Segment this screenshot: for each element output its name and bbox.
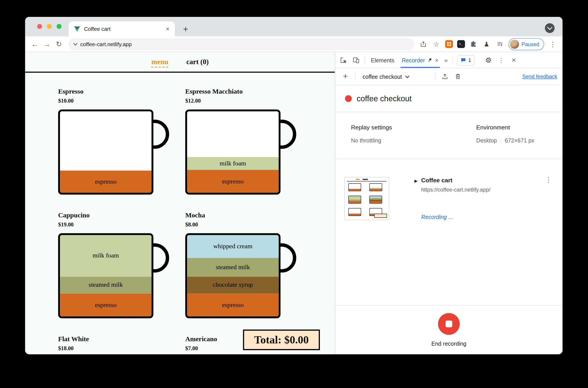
tab-elements[interactable]: Elements (369, 52, 396, 68)
forward-button[interactable]: → (42, 39, 52, 49)
minimize-window-button[interactable] (47, 24, 52, 29)
cup-layer: milk foam (187, 157, 278, 170)
pin-icon[interactable] (427, 58, 432, 63)
step-thumbnail[interactable] (344, 177, 389, 220)
extension-terminal-icon[interactable]: >_ (457, 40, 465, 48)
devtools-toolbar: Elements Recorder × » (335, 52, 562, 68)
devtools-close-icon[interactable]: × (510, 56, 518, 64)
thumbnail-mini-cup (348, 208, 361, 216)
recorder-footer: End recording (335, 305, 562, 354)
item-name: Espresso (58, 87, 171, 96)
environment-device: Desktop (476, 137, 497, 144)
recording-status: Recording ... (421, 214, 453, 220)
replay-settings-title[interactable]: Replay settings (351, 124, 392, 131)
profile-paused-chip[interactable]: Paused (508, 38, 544, 50)
thumbnail-total-box (374, 214, 387, 218)
tab-recorder[interactable]: Recorder × (400, 52, 440, 68)
device-toolbar-icon[interactable] (352, 56, 360, 64)
menu-item: Espresso Macchiato$12.00milk foamespress… (185, 87, 298, 194)
menu-item: Mocha$8.00whipped creamsteamed milkchoco… (185, 211, 298, 318)
step-expand-icon[interactable]: ▶ (415, 178, 417, 183)
cup-body: milk foamsteamed milkespresso (58, 233, 153, 318)
playlist-extension-icon[interactable] (495, 40, 504, 48)
thumbnail-menu-bar (356, 179, 360, 180)
thumbnail-mini-cup (369, 196, 382, 204)
window-content: menu cart (0) Espresso$10.00espressoEspr… (25, 52, 563, 354)
thumbnail-cart-bar (363, 179, 368, 180)
send-feedback-link[interactable]: Send feedback (522, 73, 557, 80)
profile-status-label: Paused (521, 41, 539, 47)
item-name: Flat White (58, 335, 171, 343)
step-menu-kebab-icon[interactable]: ⋮ (545, 175, 552, 184)
replay-settings-section: Replay settings No throttling Environmen… (335, 112, 562, 159)
export-recording-icon[interactable] (441, 73, 449, 81)
desktop-background: Coffee cart × + ← → ↻ coffee-cart.netlif… (0, 0, 588, 388)
recording-header: coffee checkout (335, 85, 562, 112)
toolbar-divider (435, 73, 436, 81)
end-recording-button[interactable] (438, 313, 460, 335)
flask-extension-icon[interactable] (482, 40, 491, 48)
cup[interactable]: milk foamsteamed milkespresso (58, 233, 153, 318)
recording-select[interactable]: coffee checkout (360, 73, 431, 80)
tab-close-icon[interactable]: × (166, 26, 170, 32)
browser-tab[interactable]: Coffee cart × (69, 21, 175, 36)
item-name: Espresso Macchiato (185, 87, 298, 96)
tab-elements-label: Elements (371, 57, 394, 63)
item-price: $12.00 (185, 97, 298, 105)
tab-search-button[interactable] (545, 23, 554, 33)
recording-select-value: coffee checkout (363, 73, 402, 80)
menu-item: Cappucino$19.00milk foamsteamed milkespr… (58, 211, 171, 318)
browser-menu-kebab-icon[interactable]: ⋮ (548, 40, 557, 48)
step-title[interactable]: Coffee cart (421, 177, 452, 184)
tab-recorder-close-icon[interactable]: × (435, 57, 439, 63)
recording-steps: ▶ Coffee cart https://coffee-cart.netlif… (335, 159, 562, 305)
more-panels-icon[interactable]: » (444, 57, 448, 63)
extension-orange-icon[interactable] (445, 40, 453, 48)
cup-body: whipped creamsteamed milkchocolate syrup… (185, 233, 280, 318)
toolbar-divider (452, 56, 453, 64)
tab-title: Coffee cart (84, 26, 166, 32)
coffee-cart-page: menu cart (0) Espresso$10.00espressoEspr… (25, 52, 335, 354)
reload-button[interactable]: ↻ (53, 39, 64, 49)
thumbnail-mini-cup (348, 183, 361, 191)
environment-title[interactable]: Environment (476, 124, 535, 131)
cup[interactable]: espresso (58, 109, 153, 194)
chevron-down-icon (547, 25, 552, 30)
share-icon[interactable] (419, 40, 428, 48)
cup-layer: whipped cream (187, 235, 278, 258)
cup-body: milk foamespresso (185, 109, 280, 194)
close-window-button[interactable] (37, 24, 42, 29)
cup-layer: espresso (187, 294, 278, 316)
devtools-settings-gear-icon[interactable] (484, 56, 492, 64)
site-info-chevron-icon[interactable] (73, 41, 77, 46)
new-tab-button[interactable]: + (180, 23, 192, 35)
window-controls (37, 24, 61, 29)
add-recording-icon[interactable]: + (341, 72, 350, 81)
browser-window: Coffee cart × + ← → ↻ coffee-cart.netlif… (25, 17, 563, 354)
speech-bubble-icon (460, 57, 466, 63)
cup-layer: espresso (60, 294, 151, 316)
inspect-element-icon[interactable] (339, 56, 347, 64)
devtools-menu-kebab-icon[interactable]: ⋮ (497, 56, 505, 64)
recording-red-dot-icon (345, 95, 352, 102)
item-price: $19.00 (58, 221, 171, 228)
replay-settings-column: Replay settings No throttling (351, 124, 392, 144)
grid-dots-icon (447, 42, 451, 46)
end-recording-label: End recording (431, 340, 466, 347)
item-price: $18.00 (58, 345, 171, 352)
cup[interactable]: whipped creamsteamed milkchocolate syrup… (185, 233, 280, 318)
vue-favicon (74, 26, 80, 32)
back-button[interactable]: ← (30, 39, 40, 49)
cup[interactable]: milk foamespresso (185, 109, 280, 194)
bookmark-star-icon[interactable]: ☆ (432, 40, 441, 48)
cup-layer: steamed milk (60, 277, 151, 294)
url-text: coffee-cart.netlify.app (80, 41, 132, 47)
address-bar[interactable]: coffee-cart.netlify.app (69, 38, 414, 50)
cart-total-button[interactable]: Total: $0.00 (243, 330, 320, 350)
console-messages-badge[interactable]: 1 (457, 55, 474, 66)
menu-item: Espresso$10.00espresso (58, 87, 171, 194)
delete-recording-icon[interactable] (454, 73, 462, 81)
zoom-window-button[interactable] (57, 24, 62, 29)
extensions-puzzle-icon[interactable] (469, 40, 478, 48)
thumbnail-mini-cup (369, 183, 382, 191)
